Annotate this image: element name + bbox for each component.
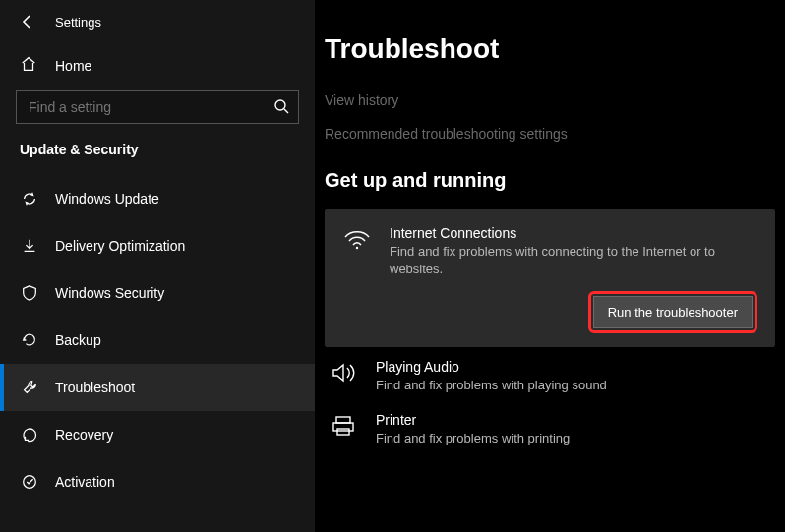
troubleshooter-desc: Find and fix problems with connecting to… (390, 243, 757, 277)
settings-window: Settings Home Update & Security Windows … (0, 0, 785, 532)
sidebar-home[interactable]: Home (0, 45, 315, 90)
sidebar-nav: Windows Update Delivery Optimization Win… (0, 175, 315, 505)
search-input[interactable] (16, 90, 299, 124)
sidebar-item-label: Troubleshoot (55, 380, 135, 395)
sidebar-item-label: Activation (55, 474, 115, 490)
sync-icon (20, 189, 39, 208)
section-title: Get up and running (325, 169, 775, 192)
troubleshooter-item-printer[interactable]: Printer Find and fix problems with print… (325, 400, 775, 453)
sidebar-category: Update & Security (0, 142, 315, 175)
troubleshooter-desc: Find and fix problems with playing sound (376, 377, 771, 394)
home-icon (20, 55, 39, 77)
troubleshooter-card-internet[interactable]: Internet Connections Find and fix proble… (325, 209, 775, 347)
svg-point-1 (24, 476, 36, 489)
troubleshooter-title: Internet Connections (390, 225, 757, 241)
sidebar-item-label: Windows Security (55, 285, 164, 301)
svg-rect-4 (333, 423, 353, 431)
sidebar-item-delivery-optimization[interactable]: Delivery Optimization (0, 222, 315, 269)
search-box[interactable] (16, 90, 299, 124)
sidebar-item-troubleshoot[interactable]: Troubleshoot (0, 364, 315, 411)
svg-rect-3 (336, 417, 350, 423)
sidebar-item-label: Windows Update (55, 191, 159, 207)
page-title: Troubleshoot (325, 33, 775, 65)
sidebar-item-backup[interactable]: Backup (0, 317, 315, 364)
window-header: Settings (0, 8, 315, 45)
search-icon (273, 98, 289, 114)
window-title: Settings (55, 15, 101, 30)
run-troubleshooter-button[interactable]: Run the troubleshooter (593, 296, 753, 328)
wifi-icon (342, 227, 372, 255)
highlight-box: Run the troubleshooter (588, 291, 757, 333)
svg-point-2 (356, 247, 358, 249)
shield-icon (20, 283, 39, 303)
sidebar-item-windows-update[interactable]: Windows Update (0, 175, 315, 222)
back-icon[interactable] (20, 14, 35, 30)
troubleshooter-desc: Find and fix problems with printing (376, 430, 771, 447)
sidebar: Settings Home Update & Security Windows … (0, 0, 315, 532)
printer-icon (329, 414, 358, 442)
download-icon (20, 236, 39, 256)
troubleshooter-item-audio[interactable]: Playing Audio Find and fix problems with… (325, 347, 775, 400)
svg-rect-5 (337, 429, 349, 435)
speaker-icon (329, 361, 358, 388)
troubleshooter-title: Printer (376, 412, 771, 428)
main-content: Troubleshoot View history Recommended tr… (315, 0, 785, 532)
sidebar-item-label: Backup (55, 332, 101, 348)
link-recommended-settings[interactable]: Recommended troubleshooting settings (325, 126, 775, 142)
backup-icon (20, 330, 39, 350)
sidebar-item-label: Recovery (55, 427, 113, 443)
link-view-history[interactable]: View history (325, 92, 775, 108)
check-circle-icon (20, 472, 39, 492)
sidebar-item-windows-security[interactable]: Windows Security (0, 269, 315, 317)
sidebar-item-recovery[interactable]: Recovery (0, 411, 315, 458)
wrench-icon (20, 378, 39, 397)
sidebar-item-activation[interactable]: Activation (0, 458, 315, 505)
svg-point-0 (275, 100, 285, 110)
troubleshooter-title: Playing Audio (376, 359, 771, 375)
home-label: Home (55, 58, 91, 74)
recovery-icon (20, 425, 39, 444)
sidebar-item-label: Delivery Optimization (55, 238, 185, 254)
